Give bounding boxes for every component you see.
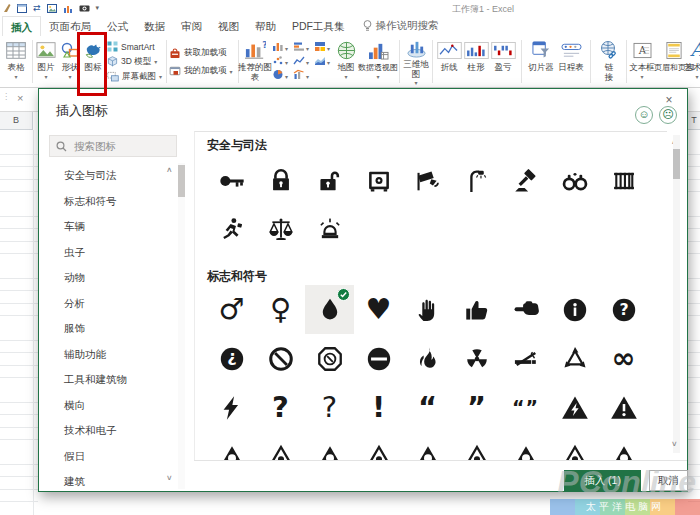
icons-scrollbar-thumb[interactable] <box>673 149 680 179</box>
cctv-camera-icon[interactable] <box>403 156 452 205</box>
tables-button[interactable]: 表格▾ <box>2 39 30 85</box>
warning-sign-8-icon[interactable] <box>550 432 599 460</box>
infinity-sign-icon[interactable]: ∞ <box>599 334 648 383</box>
column-header-right[interactable]: T <box>688 112 700 130</box>
warning-lightning-icon[interactable] <box>550 383 599 432</box>
quotes-pair-icon[interactable]: “” <box>501 383 550 432</box>
cancel-button[interactable]: 取消 <box>649 470 688 491</box>
icon-search-box[interactable] <box>49 135 177 157</box>
category-item[interactable]: 动物 <box>49 265 169 291</box>
category-item[interactable]: 辅助功能 <box>49 342 169 368</box>
tab-data[interactable]: 数据 <box>136 16 173 36</box>
question-circle-alt-icon[interactable] <box>207 334 256 383</box>
question-mark-light-icon[interactable]: ? <box>305 383 354 432</box>
textbox-button[interactable]: A 文本框▾ <box>630 39 654 85</box>
category-scroll-down-icon[interactable]: ∨ <box>166 474 173 482</box>
category-item[interactable]: 技术和电子 <box>49 418 169 444</box>
warning-sign-6-icon[interactable] <box>452 432 501 460</box>
camera-icon[interactable] <box>79 4 90 12</box>
category-item[interactable]: 安全与司法 <box>49 163 169 189</box>
no-sign-icon[interactable] <box>256 334 305 383</box>
winloss-sparkline-button[interactable]: 盈亏 <box>490 39 516 85</box>
smartart-button[interactable]: SmartArt <box>107 39 162 54</box>
category-scrollbar-thumb[interactable] <box>178 165 185 197</box>
formula-cancel-icon[interactable]: × <box>17 92 23 104</box>
slicer-button[interactable]: 切片器 <box>525 39 557 85</box>
wordart-button[interactable]: A 艺术字▾ <box>680 39 700 85</box>
category-scroll-up-icon[interactable]: ∧ <box>166 166 173 174</box>
mini-area-chart-button[interactable]: ▾ <box>314 55 330 66</box>
window-icon[interactable] <box>17 4 27 13</box>
warning-exclamation-icon[interactable] <box>599 383 648 432</box>
scales-of-justice-icon[interactable] <box>256 205 305 254</box>
worksheet-grid-right[interactable] <box>688 130 700 515</box>
mini-line-chart-button[interactable]: ▾ <box>293 55 309 66</box>
3d-models-button[interactable]: 3D 模型▾ <box>107 54 162 69</box>
insert-button[interactable]: 插入 (1) <box>564 470 641 491</box>
category-item[interactable]: 车辆 <box>49 214 169 240</box>
warning-sign-7-icon[interactable] <box>501 432 550 460</box>
warning-sign-9-icon[interactable] <box>599 432 648 460</box>
brush-icon[interactable] <box>3 3 11 13</box>
warning-sign-3-icon[interactable] <box>305 432 354 460</box>
tab-insert[interactable]: 插入 <box>2 16 41 36</box>
quote-open-icon[interactable]: “ <box>403 383 452 432</box>
warning-sign-5-icon[interactable] <box>403 432 452 460</box>
male-sign-icon[interactable]: ♂ <box>207 285 256 334</box>
timeline-button[interactable]: 日程表 <box>555 39 587 85</box>
radiation-icon[interactable] <box>452 334 501 383</box>
mini-pie-chart-button[interactable]: ▾ <box>272 69 288 80</box>
category-item[interactable]: 横向 <box>49 393 169 419</box>
customize-toolbar-icon[interactable]: ▾ <box>96 3 100 13</box>
worksheet-grid-left[interactable] <box>0 130 38 515</box>
question-circle-icon[interactable] <box>599 285 648 334</box>
tell-me-box[interactable]: 操作说明搜索 <box>363 16 439 36</box>
mini-hierarchy-chart-button[interactable]: ▾ <box>314 41 330 52</box>
running-person-icon[interactable] <box>207 205 256 254</box>
exclamation-mark-icon[interactable]: ! <box>354 383 403 432</box>
lightning-icon[interactable] <box>207 383 256 432</box>
maps-button[interactable]: 地图▾ <box>334 39 358 85</box>
mini-combo-chart-button[interactable]: ▾ <box>293 69 309 80</box>
line-sparkline-button[interactable]: 折线 <box>436 39 462 85</box>
pointing-hand-icon[interactable] <box>501 285 550 334</box>
picture-icon[interactable] <box>47 4 57 13</box>
icon-search-input[interactable] <box>72 139 172 153</box>
category-item[interactable]: 标志和符号 <box>49 189 169 215</box>
flame-icon[interactable] <box>403 334 452 383</box>
handcuffs-icon[interactable] <box>550 156 599 205</box>
sad-feedback-button[interactable]: ☹ <box>659 106 677 124</box>
droplet-icon[interactable] <box>305 285 354 334</box>
category-scrollbar-track[interactable] <box>178 163 185 489</box>
get-addins-button[interactable]: 获取加载项 <box>169 44 233 62</box>
no-smoking-icon[interactable] <box>501 334 550 383</box>
mini-column-chart-button[interactable]: ▾ <box>272 41 288 52</box>
no-entry-icon[interactable] <box>354 334 403 383</box>
recommended-charts-button[interactable]: ? 推荐的图表 <box>240 39 270 85</box>
safe-icon[interactable] <box>354 156 403 205</box>
column-header-left[interactable]: B <box>0 112 33 130</box>
my-addins-button[interactable]: 我的加载项▾ <box>169 62 233 80</box>
link-button[interactable]: 链接 <box>596 39 622 85</box>
question-mark-icon[interactable]: ? <box>256 383 305 432</box>
street-lamp-icon[interactable] <box>452 156 501 205</box>
column-sparkline-button[interactable]: 柱形 <box>463 39 489 85</box>
heart-icon[interactable]: ♥ <box>354 285 403 334</box>
no-octagon-icon[interactable] <box>305 334 354 383</box>
icons-scrollbar-track[interactable] <box>673 135 680 453</box>
warning-sign-4-icon[interactable] <box>354 432 403 460</box>
chart-icon[interactable] <box>63 4 73 13</box>
info-circle-icon[interactable] <box>550 285 599 334</box>
warning-sign-2-icon[interactable] <box>256 432 305 460</box>
tab-review[interactable]: 审阅 <box>173 16 210 36</box>
category-item[interactable]: 工具和建筑物 <box>49 367 169 393</box>
category-item[interactable]: 分析 <box>49 291 169 317</box>
pivotchart-button[interactable]: 数据透视图▾ <box>358 39 398 85</box>
category-item[interactable]: 服饰 <box>49 316 169 342</box>
mini-bar-chart-button[interactable]: ▾ <box>293 41 309 52</box>
siren-icon[interactable] <box>305 205 354 254</box>
icons-scroll-down-icon[interactable]: ∨ <box>671 440 678 448</box>
category-item[interactable]: 虫子 <box>49 240 169 266</box>
unlock-icon[interactable] <box>305 156 354 205</box>
3d-map-button[interactable]: 三维地图▾ <box>402 39 430 85</box>
